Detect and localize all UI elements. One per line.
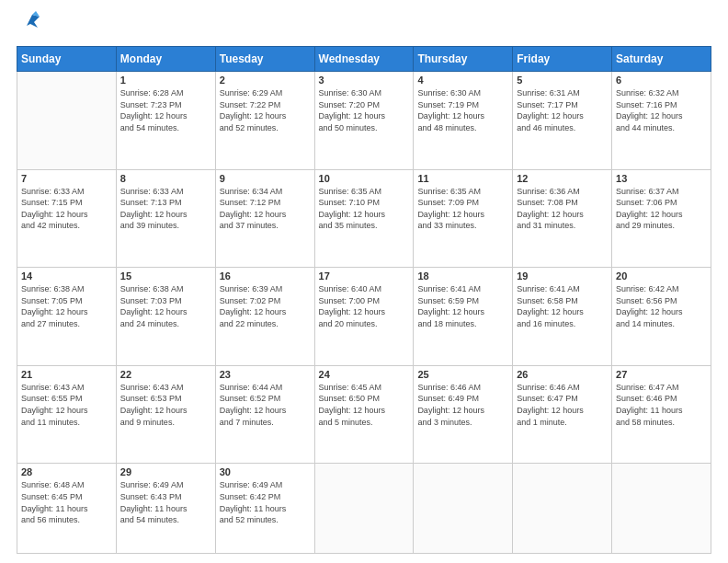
day-info: Sunrise: 6:34 AM Sunset: 7:12 PM Dayligh… [220,186,311,232]
calendar-cell: 17Sunrise: 6:40 AM Sunset: 7:00 PM Dayli… [314,268,414,366]
calendar-cell: 10Sunrise: 6:35 AM Sunset: 7:10 PM Dayli… [314,169,414,268]
calendar-header-tuesday: Tuesday [215,47,314,72]
day-number: 11 [417,173,508,184]
day-info: Sunrise: 6:32 AM Sunset: 7:16 PM Dayligh… [616,87,707,133]
day-number: 8 [120,173,211,184]
calendar-header-wednesday: Wednesday [314,47,414,72]
calendar-cell: 24Sunrise: 6:45 AM Sunset: 6:50 PM Dayli… [314,365,414,464]
day-info: Sunrise: 6:49 AM Sunset: 6:43 PM Dayligh… [120,479,211,525]
day-number: 28 [21,466,112,477]
day-number: 9 [220,173,311,184]
day-info: Sunrise: 6:28 AM Sunset: 7:23 PM Dayligh… [120,87,211,133]
day-number: 18 [417,270,508,282]
calendar-cell [513,464,612,554]
day-info: Sunrise: 6:38 AM Sunset: 7:03 PM Dayligh… [120,283,211,329]
calendar-cell: 14Sunrise: 6:38 AM Sunset: 7:05 PM Dayli… [17,268,117,366]
calendar-cell: 20Sunrise: 6:42 AM Sunset: 6:56 PM Dayli… [612,268,711,366]
calendar-cell: 1Sunrise: 6:28 AM Sunset: 7:23 PM Daylig… [116,72,215,170]
day-info: Sunrise: 6:39 AM Sunset: 7:02 PM Dayligh… [220,283,311,329]
calendar-cell: 7Sunrise: 6:33 AM Sunset: 7:15 PM Daylig… [17,169,117,268]
day-number: 26 [517,369,608,380]
calendar-cell: 13Sunrise: 6:37 AM Sunset: 7:06 PM Dayli… [612,169,711,268]
day-info: Sunrise: 6:35 AM Sunset: 7:10 PM Dayligh… [319,186,410,232]
calendar-cell: 9Sunrise: 6:34 AM Sunset: 7:12 PM Daylig… [215,169,314,268]
day-info: Sunrise: 6:41 AM Sunset: 6:58 PM Dayligh… [517,283,608,329]
calendar-cell: 18Sunrise: 6:41 AM Sunset: 6:59 PM Dayli… [414,268,513,366]
day-number: 20 [616,270,707,282]
day-info: Sunrise: 6:31 AM Sunset: 7:17 PM Dayligh… [517,87,608,133]
day-info: Sunrise: 6:42 AM Sunset: 6:56 PM Dayligh… [616,283,707,329]
calendar-cell: 5Sunrise: 6:31 AM Sunset: 7:17 PM Daylig… [513,72,612,170]
day-number: 7 [21,173,112,184]
day-number: 27 [616,369,707,380]
day-number: 21 [21,369,112,380]
day-number: 24 [319,369,410,380]
calendar-cell: 3Sunrise: 6:30 AM Sunset: 7:20 PM Daylig… [314,72,414,170]
calendar-cell [314,464,414,554]
day-number: 16 [220,270,311,282]
calendar-cell: 19Sunrise: 6:41 AM Sunset: 6:58 PM Dayli… [513,268,612,366]
calendar-cell: 12Sunrise: 6:36 AM Sunset: 7:08 PM Dayli… [513,169,612,268]
calendar-header-monday: Monday [116,47,215,72]
calendar-cell: 8Sunrise: 6:33 AM Sunset: 7:13 PM Daylig… [116,169,215,268]
day-info: Sunrise: 6:47 AM Sunset: 6:46 PM Dayligh… [616,382,707,428]
calendar-cell: 6Sunrise: 6:32 AM Sunset: 7:16 PM Daylig… [612,72,711,170]
day-number: 22 [120,369,211,380]
calendar-cell: 2Sunrise: 6:29 AM Sunset: 7:22 PM Daylig… [215,72,314,170]
calendar-cell: 26Sunrise: 6:46 AM Sunset: 6:47 PM Dayli… [513,365,612,464]
calendar-cell: 25Sunrise: 6:46 AM Sunset: 6:49 PM Dayli… [414,365,513,464]
day-info: Sunrise: 6:33 AM Sunset: 7:13 PM Dayligh… [120,186,211,232]
calendar-cell [414,464,513,554]
calendar-cell: 22Sunrise: 6:43 AM Sunset: 6:53 PM Dayli… [116,365,215,464]
day-info: Sunrise: 6:49 AM Sunset: 6:42 PM Dayligh… [220,479,311,525]
day-info: Sunrise: 6:38 AM Sunset: 7:05 PM Dayligh… [21,283,112,329]
day-info: Sunrise: 6:46 AM Sunset: 6:49 PM Dayligh… [417,382,508,428]
day-info: Sunrise: 6:29 AM Sunset: 7:22 PM Dayligh… [220,87,311,133]
calendar-cell: 21Sunrise: 6:43 AM Sunset: 6:55 PM Dayli… [17,365,117,464]
day-number: 17 [319,270,410,282]
calendar-cell: 11Sunrise: 6:35 AM Sunset: 7:09 PM Dayli… [414,169,513,268]
calendar-cell: 29Sunrise: 6:49 AM Sunset: 6:43 PM Dayli… [116,464,215,554]
header [17,17,711,37]
calendar-cell [17,72,117,170]
day-number: 15 [120,270,211,282]
calendar-header-row: SundayMondayTuesdayWednesdayThursdayFrid… [17,47,711,72]
day-number: 29 [120,466,211,477]
day-number: 6 [616,75,707,86]
day-number: 19 [517,270,608,282]
day-number: 4 [417,75,508,86]
calendar-cell: 30Sunrise: 6:49 AM Sunset: 6:42 PM Dayli… [215,464,314,554]
day-info: Sunrise: 6:37 AM Sunset: 7:06 PM Dayligh… [616,186,707,232]
calendar-header-thursday: Thursday [414,47,513,72]
calendar-cell: 23Sunrise: 6:44 AM Sunset: 6:52 PM Dayli… [215,365,314,464]
day-info: Sunrise: 6:48 AM Sunset: 6:45 PM Dayligh… [21,479,112,525]
calendar-table: SundayMondayTuesdayWednesdayThursdayFrid… [17,46,711,554]
day-info: Sunrise: 6:33 AM Sunset: 7:15 PM Dayligh… [21,186,112,232]
day-info: Sunrise: 6:41 AM Sunset: 6:59 PM Dayligh… [417,283,508,329]
day-number: 3 [319,75,410,86]
calendar-header-sunday: Sunday [17,47,117,72]
day-info: Sunrise: 6:45 AM Sunset: 6:50 PM Dayligh… [319,382,410,428]
day-number: 14 [21,270,112,282]
calendar-cell: 16Sunrise: 6:39 AM Sunset: 7:02 PM Dayli… [215,268,314,366]
day-number: 2 [220,75,311,86]
day-info: Sunrise: 6:44 AM Sunset: 6:52 PM Dayligh… [220,382,311,428]
logo-bird-icon [19,9,43,33]
calendar-header-friday: Friday [513,47,612,72]
day-info: Sunrise: 6:30 AM Sunset: 7:19 PM Dayligh… [417,87,508,133]
day-number: 12 [517,173,608,184]
day-info: Sunrise: 6:43 AM Sunset: 6:53 PM Dayligh… [120,382,211,428]
calendar-cell: 4Sunrise: 6:30 AM Sunset: 7:19 PM Daylig… [414,72,513,170]
calendar-header-saturday: Saturday [612,47,711,72]
calendar-cell: 15Sunrise: 6:38 AM Sunset: 7:03 PM Dayli… [116,268,215,366]
day-number: 23 [220,369,311,380]
day-info: Sunrise: 6:43 AM Sunset: 6:55 PM Dayligh… [21,382,112,428]
day-number: 5 [517,75,608,86]
calendar-cell: 27Sunrise: 6:47 AM Sunset: 6:46 PM Dayli… [612,365,711,464]
day-number: 10 [319,173,410,184]
day-info: Sunrise: 6:40 AM Sunset: 7:00 PM Dayligh… [319,283,410,329]
day-number: 25 [417,369,508,380]
day-info: Sunrise: 6:30 AM Sunset: 7:20 PM Dayligh… [319,87,410,133]
day-number: 30 [220,466,311,477]
day-number: 1 [120,75,211,86]
